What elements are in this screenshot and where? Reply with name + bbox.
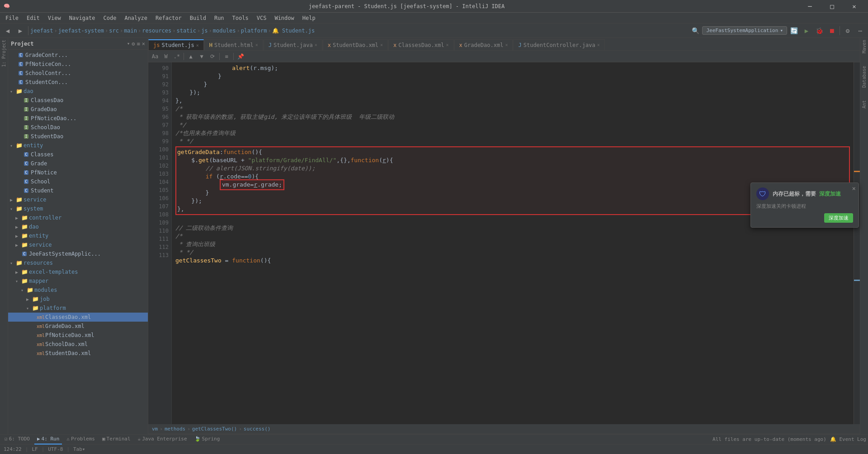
breadcrumb-modules[interactable]: modules: [213, 28, 236, 34]
path-success[interactable]: success(): [244, 426, 271, 432]
menu-view[interactable]: View: [44, 14, 65, 22]
toggle-regex-button[interactable]: .*: [172, 51, 182, 61]
tree-item-gradecontroller[interactable]: C GradeContr...: [8, 51, 148, 60]
tree-item-dao-folder[interactable]: ▾ 📁 dao: [8, 87, 148, 96]
bottom-tab-java-enterprise[interactable]: ☕ Java Enterprise: [135, 435, 190, 445]
pin-button[interactable]: 📌: [236, 51, 245, 61]
tree-item-pfnoticedao-xml[interactable]: xml PfNoticeDao.xml: [8, 331, 148, 340]
menu-file[interactable]: File: [2, 14, 22, 22]
minimize-button[interactable]: ─: [800, 0, 820, 13]
menu-code[interactable]: Code: [100, 14, 120, 22]
toggle-case-button[interactable]: Aa: [150, 51, 160, 61]
forward-button[interactable]: ▶: [14, 25, 26, 37]
tree-item-classesdao-xml[interactable]: xml ClassesDao.xml: [8, 313, 148, 322]
tree-item-resources-folder[interactable]: ▾ 📁 resources: [8, 258, 148, 267]
panel-close-icon[interactable]: ×: [142, 41, 145, 47]
breadcrumb-resources[interactable]: resources: [142, 28, 171, 34]
panel-project[interactable]: 1: Project: [1, 40, 6, 67]
breadcrumb-main[interactable]: main: [124, 28, 137, 34]
tab-studentdao-xml[interactable]: x StudentDao.xml ×: [323, 39, 388, 50]
status-line-col[interactable]: 124:22: [4, 446, 22, 452]
bottom-tab-terminal[interactable]: ▣ Terminal: [99, 435, 133, 445]
path-methods[interactable]: methods: [165, 426, 185, 432]
tab-student-html-close[interactable]: ×: [255, 42, 258, 47]
breadcrumb-platform[interactable]: platform: [241, 28, 267, 34]
breadcrumb-system[interactable]: jeefast-system: [58, 28, 104, 34]
notification-close-button[interactable]: ×: [852, 185, 856, 192]
database-panel[interactable]: Database: [862, 66, 867, 88]
panel-collapse-icon[interactable]: ≡: [137, 41, 140, 47]
tree-item-schooldao[interactable]: I SchoolDao: [8, 123, 148, 132]
tree-item-platform[interactable]: ▾ 📁 platform: [8, 304, 148, 313]
tree-item-jeefastsystemapp[interactable]: C JeeFastSystemApplic...: [8, 249, 148, 258]
code-editor[interactable]: 90 91 92 93 94 95 96 97 98 99 100 101 10…: [148, 62, 860, 424]
status-tab[interactable]: Tab▾: [73, 446, 85, 452]
tree-item-system-folder[interactable]: ▾ 📁 system: [8, 204, 148, 213]
tree-item-controller-folder[interactable]: ▶ 📁 controller: [8, 213, 148, 222]
tab-studentcontroller-java-close[interactable]: ×: [597, 42, 600, 47]
search-button[interactable]: 🔍: [689, 25, 701, 37]
menu-navigate[interactable]: Navigate: [66, 14, 99, 22]
bottom-tab-todo[interactable]: ☑ 6: TODO: [2, 435, 33, 445]
tree-item-studentdao-xml[interactable]: xml StudentDao.xml: [8, 349, 148, 358]
close-button[interactable]: ✕: [844, 0, 864, 13]
bottom-tab-problems[interactable]: ⚠ Problems: [64, 435, 98, 445]
menu-build[interactable]: Build: [186, 14, 210, 22]
right-scroll-panel[interactable]: [854, 62, 860, 424]
tree-item-system-service-folder[interactable]: ▶ 📁 service: [8, 240, 148, 249]
panel-settings-icon[interactable]: ⚙: [132, 41, 135, 47]
sync-button[interactable]: 🔄: [788, 25, 800, 37]
breadcrumb-js[interactable]: js: [201, 28, 208, 34]
tree-item-studentdao[interactable]: I StudentDao: [8, 132, 148, 141]
menu-analyze[interactable]: Analyze: [121, 14, 151, 22]
breadcrumb-src[interactable]: src: [109, 28, 119, 34]
back-button[interactable]: ◀: [2, 25, 14, 37]
tree-item-pfnoticecontroller[interactable]: C PfNoticeCon...: [8, 60, 148, 69]
menu-edit[interactable]: Edit: [23, 14, 43, 22]
code-content[interactable]: alert(r.msg); } } }); },: [172, 62, 854, 424]
tree-item-system-dao-folder[interactable]: ▶ 📁 dao: [8, 222, 148, 231]
tree-item-job[interactable]: ▶ 📁 job: [8, 295, 148, 304]
tab-student-js[interactable]: js Student.js ×: [148, 39, 204, 50]
menu-help[interactable]: Help: [299, 14, 319, 22]
tab-gradedao-xml-close[interactable]: ×: [505, 42, 508, 47]
tab-gradedao-xml[interactable]: x GradeDao.xml ×: [454, 39, 513, 50]
window-controls[interactable]: ─ □ ✕: [800, 0, 864, 13]
tree-item-schoolcontroller[interactable]: C SchoolContr...: [8, 69, 148, 78]
filter-button[interactable]: ≡: [222, 51, 231, 61]
notification-action-button[interactable]: 深度加速: [824, 213, 853, 223]
wrap-match-button[interactable]: ⟳: [208, 51, 217, 61]
tab-student-js-close[interactable]: ×: [196, 43, 199, 48]
next-match-button[interactable]: ▼: [197, 51, 207, 61]
tree-item-gradedao-xml[interactable]: xml GradeDao.xml: [8, 322, 148, 331]
menu-run[interactable]: Run: [211, 14, 228, 22]
menu-refactor[interactable]: Refactor: [152, 14, 185, 22]
tab-classesdao-xml[interactable]: x ClassesDao.xml ×: [388, 39, 453, 50]
tab-studentcontroller-java[interactable]: J StudentController.java ×: [513, 39, 604, 50]
tree-item-student[interactable]: C Student: [8, 186, 148, 195]
tab-student-java[interactable]: J Student.java ×: [264, 39, 322, 50]
more-button[interactable]: ⋯: [854, 25, 866, 37]
tree-item-excel-templates[interactable]: ▶ 📁 excel-templates: [8, 267, 148, 276]
run-button[interactable]: ▶: [801, 25, 812, 37]
tree-item-studentcontroller[interactable]: C StudentCon...: [8, 78, 148, 87]
ant-panel[interactable]: Ant: [862, 100, 867, 108]
tree-item-modules[interactable]: ▾ 📁 modules: [8, 286, 148, 295]
tree-item-grade[interactable]: C Grade: [8, 159, 148, 168]
tree-item-schooldao-xml[interactable]: xml SchoolDao.xml: [8, 340, 148, 349]
settings-button[interactable]: ⚙: [842, 25, 854, 37]
path-vm[interactable]: vm: [152, 426, 158, 432]
run-configuration[interactable]: JeeFastSystemApplication ▾: [702, 26, 787, 35]
tree-item-mapper[interactable]: ▾ 📁 mapper: [8, 276, 148, 286]
breadcrumb-static[interactable]: static: [177, 28, 196, 34]
bottom-tab-run[interactable]: ▶ 4: Run: [34, 435, 62, 445]
menu-vcs[interactable]: VCS: [253, 14, 270, 22]
tree-item-service-folder[interactable]: ▶ 📁 service: [8, 195, 148, 204]
panel-gear-icon[interactable]: ▾: [127, 41, 130, 47]
tab-classesdao-xml-close[interactable]: ×: [446, 42, 448, 47]
tree-item-entity-folder[interactable]: ▾ 📁 entity: [8, 141, 148, 150]
status-encoding[interactable]: UTF-8: [48, 446, 63, 452]
menu-window[interactable]: Window: [271, 14, 297, 22]
stop-button[interactable]: ⏹: [826, 25, 838, 37]
tree-item-classesdao[interactable]: I ClassesDao: [8, 96, 148, 105]
